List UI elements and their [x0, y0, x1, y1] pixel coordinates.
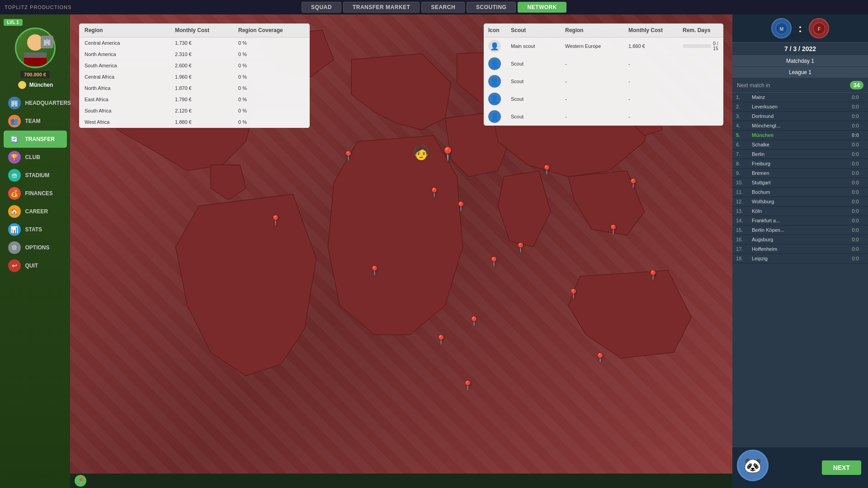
league-pos-15: 16. [736, 237, 752, 242]
league-row-14[interactable]: 15. Berlin Köpen... 0:0 [732, 225, 868, 235]
tab-scouting[interactable]: SCOUTING [467, 2, 516, 13]
scout-row-4[interactable]: 👤 Scout - - [484, 108, 723, 126]
league-row-17[interactable]: 18. Leipzig 0:0 [732, 254, 868, 263]
date-display: 7 / 3 / 2022 [732, 42, 868, 56]
league-row-4[interactable]: 5. München 0:0 [732, 131, 868, 140]
league-team-0: Mainz [752, 94, 846, 100]
region-name-1: North America [85, 52, 175, 57]
region-row-5[interactable]: East Africa 1.790 € 0 % [79, 94, 310, 105]
league-score-9: 0:0 [846, 180, 864, 185]
map-pin-9[interactable]: 📍 [568, 288, 579, 299]
sidebar-item-transfer[interactable]: 🔄 TRANSFER [4, 131, 67, 148]
map-pin-15[interactable]: 📍 [462, 380, 473, 391]
map-pin-8[interactable]: 📍 [541, 164, 552, 175]
league-row-11[interactable]: 12. Wolfsburg 0:0 [732, 197, 868, 206]
mascot: 🐼 [737, 450, 773, 488]
region-row-1[interactable]: North America 2.310 € 0 % [79, 49, 310, 60]
scout-table-header: Icon Scout Region Monthly Cost Rem. Days [484, 23, 723, 38]
region-name-7: West Africa [85, 119, 175, 125]
league-row-1[interactable]: 2. Leverkusen 0:0 [732, 102, 868, 112]
sidebar-label-stadium: STADIUM [25, 172, 50, 178]
region-row-0[interactable]: Central America 1.730 € 0 % [79, 38, 310, 49]
region-table-header: Region Monthly Cost Region Coverage [79, 23, 310, 38]
map-pin-5[interactable]: 📍 [455, 201, 467, 212]
league-score-16: 0:0 [846, 246, 864, 252]
map-pin-1[interactable]: 📍 [270, 215, 281, 225]
scout-row-2[interactable]: 👤 Scout - - [484, 73, 723, 90]
league-row-2[interactable]: 3. Dortmund 0:0 [732, 112, 868, 121]
map-pin-6[interactable]: 📍 [488, 256, 500, 267]
map-pin-active[interactable]: 📍 [440, 146, 456, 161]
quit-nav-icon: ↩ [8, 259, 21, 272]
league-row-6[interactable]: 7. Berlin 0:0 [732, 150, 868, 159]
league-row-16[interactable]: 17. Hoffenheim 0:0 [732, 244, 868, 254]
scout-row-1[interactable]: 👤 Scout - - [484, 55, 723, 73]
player-card: LVL 1 🏢 700.000 € München [4, 19, 67, 90]
scout-row-0[interactable]: 👤 Main scout Western Europe 1.660 € 0 / … [484, 38, 723, 55]
transfer-nav-icon: 🔄 [8, 133, 21, 145]
map-pin-16[interactable]: 📍 [594, 352, 606, 363]
tab-squad[interactable]: SQUAD [302, 2, 341, 13]
league-row-15[interactable]: 16. Augsburg 0:0 [732, 235, 868, 244]
map-pin-11[interactable]: 📍 [627, 178, 639, 189]
league-row-5[interactable]: 6. Schalke 0:0 [732, 140, 868, 150]
sidebar-item-career[interactable]: 🏠 CAREER [4, 203, 67, 220]
region-row-3[interactable]: Central Africa 1.960 € 0 % [79, 71, 310, 83]
region-coverage-7: 0 % [238, 119, 302, 125]
map-pin-13[interactable]: 📍 [435, 334, 447, 345]
map-pin-12[interactable]: 📍 [647, 270, 659, 281]
map-pin-4[interactable]: 📍 [429, 187, 440, 198]
map-pin-3[interactable]: 📍 [369, 265, 380, 276]
league-score-0: 0:0 [846, 94, 864, 100]
sidebar-item-team[interactable]: 👥 TEAM [4, 113, 67, 130]
region-row-7[interactable]: West Africa 1.880 € 0 % [79, 117, 310, 128]
league-display: League 1 [732, 67, 868, 78]
region-cost-3: 1.960 € [175, 74, 238, 80]
league-row-13[interactable]: 14. Frankfurt a... 0:0 [732, 216, 868, 225]
map-pin-2[interactable]: 📍 [343, 150, 354, 161]
scout-row-3[interactable]: 👤 Scout - - [484, 90, 723, 108]
league-row-9[interactable]: 10. Stuttgart 0:0 [732, 178, 868, 188]
next-button[interactable]: NEXT [822, 460, 861, 475]
league-row-8[interactable]: 9. Bremen 0:0 [732, 169, 868, 178]
league-score-7: 0:0 [846, 161, 864, 166]
tab-network[interactable]: NETWORK [518, 2, 566, 13]
league-team-5: Schalke [752, 142, 846, 147]
location-button[interactable]: 📍 [75, 475, 86, 487]
scout-name-4: Scout [511, 114, 565, 119]
league-row-10[interactable]: 11. Bochum 0:0 [732, 188, 868, 197]
sidebar-item-stadium[interactable]: 🏟 STADIUM [4, 167, 67, 184]
sidebar-item-finances[interactable]: 💰 FINANCES [4, 185, 67, 202]
sidebar-item-stats[interactable]: 📊 STATS [4, 221, 67, 238]
league-row-0[interactable]: 1. Mainz 0:0 [732, 93, 868, 102]
sidebar-item-headquarters[interactable]: 🏢 HEADQUARTERS [4, 94, 67, 112]
league-score-4: 0:0 [846, 132, 864, 138]
region-coverage-6: 0 % [238, 108, 302, 113]
region-row-4[interactable]: North Africa 1.870 € 0 % [79, 83, 310, 94]
sidebar-label-club: CLUB [25, 154, 40, 160]
map-pin-7[interactable]: 📍 [515, 242, 526, 253]
map-pin-14[interactable]: 📍 [468, 316, 480, 327]
sidebar-item-club[interactable]: 🏆 CLUB [4, 149, 67, 166]
region-cost-6: 2.120 € [175, 108, 238, 113]
league-team-11: Wolfsburg [752, 199, 846, 204]
region-row-2[interactable]: South America 2.600 € 0 % [79, 60, 310, 71]
sidebar-item-options[interactable]: ⚙ OPTIONS [4, 239, 67, 256]
scout-remdays-0: 0 / 15 [683, 41, 723, 51]
home-team-badge: M [771, 18, 792, 38]
tab-search[interactable]: SEARCH [421, 2, 465, 13]
tab-transfer-market[interactable]: TRANSFER MARKET [343, 2, 420, 13]
league-row-7[interactable]: 8. Freiburg 0:0 [732, 159, 868, 169]
sidebar-item-quit[interactable]: ↩ QUIT [4, 257, 67, 274]
league-team-16: Hoffenheim [752, 246, 846, 252]
league-row-3[interactable]: 4. Mönchengl... 0:0 [732, 121, 868, 131]
map-pin-10[interactable]: 📍 [608, 224, 619, 235]
region-cost-0: 1.730 € [175, 40, 238, 46]
level-badge: LVL 1 [4, 19, 23, 26]
money-display: 700.000 € [20, 71, 50, 78]
region-row-6[interactable]: South Africa 2.120 € 0 % [79, 105, 310, 117]
league-row-12[interactable]: 13. Köln 0:0 [732, 206, 868, 216]
active-scout-marker: 🧑 [413, 144, 429, 160]
league-score-5: 0:0 [846, 142, 864, 147]
scout-cost-col-header: Monthly Cost [628, 27, 683, 33]
